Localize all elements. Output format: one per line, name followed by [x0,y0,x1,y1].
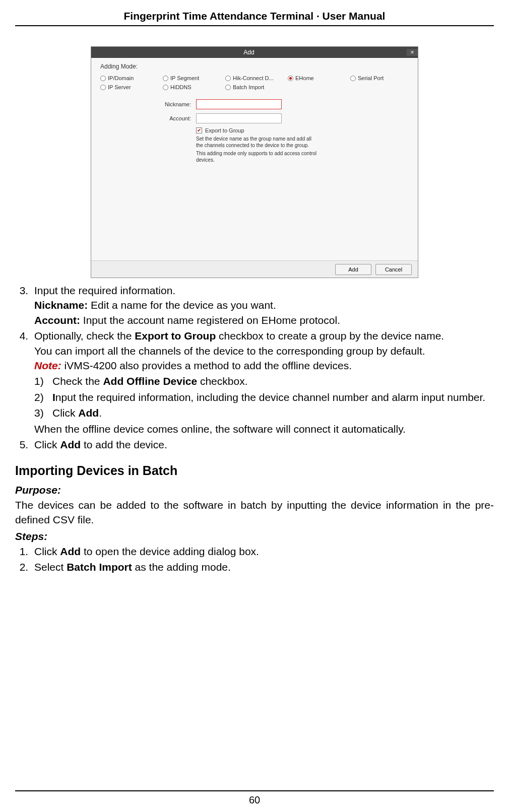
note-text: iVMS-4200 also provides a method to add … [61,360,352,371]
list-item: Click Add to add the device. [31,437,494,452]
radio-label: Serial Port [358,75,384,81]
radio-icon [100,85,106,90]
document-content: Input the required information. Nickname… [15,283,494,575]
radio-serial-port[interactable]: Serial Port [350,75,409,81]
batch-steps-list: Click Add to open the device adding dial… [15,544,494,575]
list-item: Click Add to open the device adding dial… [31,544,494,559]
radio-ehome[interactable]: EHome [288,75,346,81]
page-number: 60 [15,790,494,806]
list-item: 3)Click Add. [34,405,494,420]
sub3-b: Add [78,407,99,419]
step-text: Input the required information. [34,285,175,296]
sub1-c: checkbox. [197,375,247,387]
radio-icon [163,85,168,90]
dialog-title: Add [91,49,407,56]
radio-icon [225,76,231,81]
radio-label: IP Server [108,84,131,90]
radio-ip-server[interactable]: IP Server [100,84,159,90]
note-label: Note: [34,360,61,371]
step5-c: to add the device. [81,439,167,450]
sub1-a: Check the [52,375,103,387]
nickname-input[interactable] [196,99,282,109]
radio-icon [163,76,168,81]
nickname-term: Nickname: [34,299,88,311]
radio-hiddns[interactable]: HiDDNS [163,84,221,90]
bstep1-a: Click [34,546,60,557]
nickname-label: Nickname: [151,101,191,107]
nickname-desc: Edit a name for the device as you want. [88,299,276,311]
radio-ip-domain[interactable]: IP/Domain [100,75,159,81]
export-to-group-label: Export to Group [205,127,244,133]
radio-label: IP/Domain [108,75,134,81]
purpose-text: The devices can be added to the software… [15,498,494,527]
sub2-b: nput the required information, including… [55,391,485,403]
radio-label: Batch Import [233,84,264,90]
bstep2-b: Batch Import [67,561,132,573]
sub-num: 3) [34,405,47,420]
bstep2-a: Select [34,561,67,573]
cancel-button[interactable]: Cancel [375,264,412,275]
adding-mode-label: Adding Mode: [100,63,409,70]
sub-num: 2) [34,390,47,404]
add-dialog: Add × Adding Mode: IP/Domain IP Segment … [91,46,418,278]
sub3-c: . [99,407,102,419]
step4-tail: When the offline device comes online, th… [34,422,494,436]
step5-b: Add [60,439,81,450]
radio-label: HiDDNS [170,84,192,90]
step4-part-c: checkbox to create a group by the device… [216,330,444,342]
dialog-titlebar: Add × [91,47,418,58]
radio-group: IP/Domain IP Segment Hik-Connect D... EH… [100,75,409,90]
list-item: Optionally, check the Export to Group ch… [31,328,494,436]
page-header-title: Fingerprint Time Attendance Terminal · U… [15,10,494,26]
account-row: Account: [100,113,409,123]
sub1-b: Add Offline Device [103,375,197,387]
export-to-group-row[interactable]: ✔ Export to Group [100,127,409,133]
radio-batch-import[interactable]: Batch Import [225,84,284,90]
account-input[interactable] [196,113,282,123]
sub-steps-list: 1)Check the Add Offline Device checkbox.… [34,374,494,420]
radio-ip-segment[interactable]: IP Segment [163,75,221,81]
sub3-a: Click [52,407,78,419]
list-item: Select Batch Import as the adding mode. [31,560,494,574]
close-icon[interactable]: × [407,49,418,56]
list-item: 2)Input the required information, includ… [34,390,494,404]
section-heading: Importing Devices in Batch [15,462,494,480]
radio-icon [225,85,231,90]
nickname-row: Nickname: [100,99,409,109]
step4-part-b: Export to Group [135,330,216,342]
radio-label: IP Segment [170,75,199,81]
bstep1-c: to open the device adding dialog box. [81,546,259,557]
step5-a: Click [34,439,60,450]
radio-label: Hik-Connect D... [233,75,274,81]
helper-text-2: This adding mode only supports to add ac… [100,150,317,163]
radio-hik-connect[interactable]: Hik-Connect D... [225,75,284,81]
purpose-label: Purpose: [15,483,494,497]
account-label: Account: [151,115,191,121]
step4-line2: You can import all the channels of the d… [34,344,494,358]
account-desc: Input the account name registered on EHo… [80,314,340,326]
radio-label: EHome [295,75,314,81]
step4-part-a: Optionally, check the [34,330,135,342]
bstep1-b: Add [60,546,81,557]
helper-text-1: Set the device name as the group name an… [100,136,317,149]
add-button[interactable]: Add [335,264,371,275]
bstep2-c: as the adding mode. [132,561,231,573]
steps-label: Steps: [15,529,494,544]
dialog-footer: Add Cancel [91,260,418,278]
radio-icon [350,76,356,81]
dialog-body: Adding Mode: IP/Domain IP Segment Hik-Co… [91,58,418,260]
main-steps-list: Input the required information. Nickname… [15,283,494,452]
list-item: Input the required information. Nickname… [31,283,494,327]
radio-icon [288,76,293,81]
checkbox-icon: ✔ [196,127,202,133]
sub-num: 1) [34,374,47,388]
list-item: 1)Check the Add Offline Device checkbox. [34,374,494,388]
radio-icon [100,76,106,81]
account-term: Account: [34,314,80,326]
